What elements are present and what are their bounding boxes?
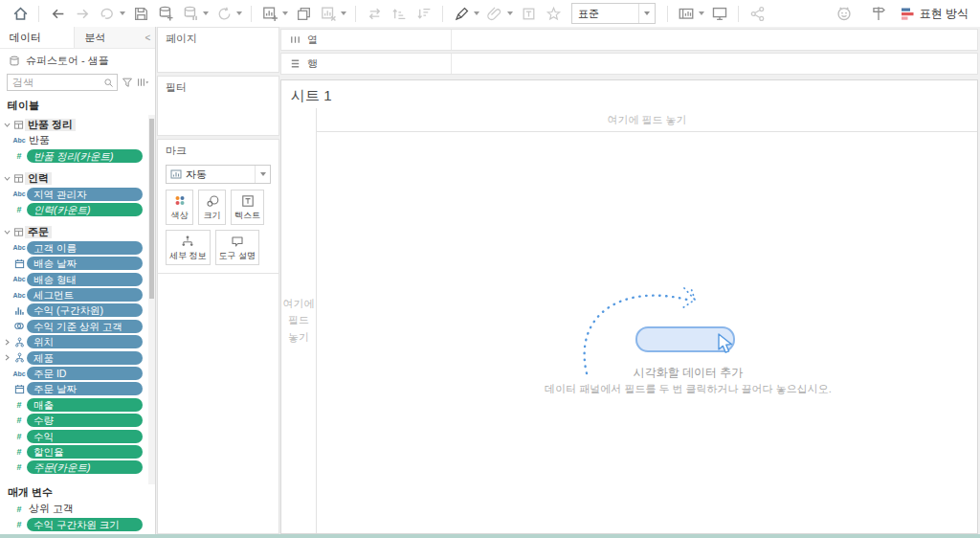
field-label: 수량 (27, 414, 143, 427)
show-hide-cards-button[interactable] (674, 3, 699, 24)
worksheet: 시트 1 여기에 필드 놓기 여기에 필드 놓기 시각화할 데이터 추가 데이터… (280, 79, 978, 534)
color-icon (173, 194, 187, 208)
field-label: 매출 (27, 398, 143, 412)
chevron-down-icon[interactable] (2, 228, 11, 236)
pause-auto-updates-button[interactable] (178, 3, 203, 24)
marks-tooltip-button[interactable]: 도구 설명 (215, 230, 260, 265)
drop-field-zone-top[interactable]: 여기에 필드 놓기 (317, 108, 977, 132)
marks-card: 마크 자동 색상크기텍스트세부 정보도구 설명 (157, 139, 279, 274)
show-me-button[interactable]: 표현 방식 (901, 6, 969, 22)
fit-select-value: 표준 (572, 7, 638, 21)
clear-sheet-button[interactable] (316, 3, 341, 24)
redo-button[interactable] (70, 3, 95, 24)
field-row[interactable]: Abc반품 (0, 132, 143, 147)
tab-data[interactable]: 데이터 (0, 27, 74, 48)
presentation-mode-button[interactable] (707, 3, 732, 24)
field-row[interactable]: #매출 (0, 397, 143, 413)
field-row[interactable]: Abc세그먼트 (0, 287, 143, 303)
field-row[interactable]: 수익 (구간차원) (0, 303, 143, 318)
new-worksheet-button[interactable] (257, 3, 282, 24)
duplicate-button[interactable] (291, 3, 316, 24)
marks-detail-button[interactable]: 세부 정보 (166, 230, 211, 265)
field-row[interactable]: 제품 (0, 349, 143, 365)
chevron-down-icon[interactable] (2, 174, 11, 183)
field-row[interactable]: #수익 (0, 428, 143, 443)
collapse-pane-button[interactable]: < (141, 27, 155, 48)
field-row[interactable]: #인력(카운트) (0, 202, 143, 217)
highlight-dropdown-caret[interactable] (474, 11, 479, 15)
field-row[interactable]: #반품 정리(카운트) (0, 148, 143, 164)
fix-axes-button[interactable] (541, 3, 566, 24)
view-options-icon[interactable] (137, 77, 149, 88)
columns-shelf-text: 열 (307, 33, 318, 47)
save-button[interactable] (128, 3, 153, 24)
field-row[interactable]: 배송 날짜 (0, 256, 143, 271)
marks-size-button[interactable]: 크기 (198, 190, 226, 225)
field-row[interactable]: #수량 (0, 413, 143, 428)
group-members-button[interactable] (482, 3, 507, 24)
table-row[interactable]: 인력 (0, 170, 143, 186)
data-pane-scrollbar[interactable] (148, 115, 155, 484)
fit-select[interactable]: 표준 (571, 3, 656, 24)
field-row[interactable]: Abc배송 형태 (0, 272, 143, 287)
replay-button[interactable] (95, 3, 120, 24)
field-label: 반품 정리(카운트) (27, 149, 143, 163)
pause-updates-dropdown-caret[interactable] (203, 11, 209, 15)
share-button[interactable] (745, 3, 769, 24)
run-update-button[interactable] (212, 3, 236, 24)
marks-color-button[interactable]: 색상 (166, 190, 193, 225)
show-me-icon (901, 7, 915, 21)
show-mark-labels-button[interactable] (516, 3, 541, 24)
clear-sheet-dropdown-caret[interactable] (341, 11, 346, 15)
marks-text-button[interactable]: 텍스트 (231, 190, 264, 225)
replay-dropdown-caret[interactable] (120, 11, 125, 15)
field-row[interactable]: #주문(카운트) (0, 460, 143, 475)
size-icon (206, 194, 219, 208)
group-members-dropdown-caret[interactable] (507, 11, 513, 15)
table-name: 주문 (25, 226, 52, 238)
new-data-source-button[interactable] (153, 3, 178, 24)
chevron-right-icon[interactable] (2, 353, 11, 362)
guide-button[interactable] (866, 3, 891, 24)
field-label: 지역 관리자 (27, 188, 143, 201)
columns-shelf[interactable]: 열 (280, 29, 978, 51)
rows-shelf[interactable]: 행 (280, 53, 978, 75)
filters-card[interactable]: 필터 (157, 76, 279, 136)
parameter-row[interactable]: #상위 고객 (0, 502, 143, 517)
field-label: 인력(카운트) (27, 203, 143, 216)
scrollbar-thumb[interactable] (149, 119, 154, 299)
field-row[interactable]: 주문 날짜 (0, 381, 143, 396)
assistant-button[interactable] (832, 3, 857, 24)
table-row[interactable]: 반품 정리 (0, 117, 143, 132)
parameter-row[interactable]: #수익 구간차원 크기 (0, 517, 143, 532)
table-row[interactable]: 주문 (0, 224, 143, 239)
pages-card[interactable]: 페이지 (157, 27, 279, 73)
run-update-dropdown-caret[interactable] (236, 11, 242, 15)
swap-rows-columns-button[interactable] (362, 3, 387, 24)
date-field-icon (11, 384, 27, 394)
filter-fields-icon[interactable] (122, 77, 133, 88)
field-row[interactable]: Abc고객 이름 (0, 240, 143, 256)
highlight-button[interactable] (449, 3, 474, 24)
field-row[interactable]: 수익 기준 상위 고객 (0, 319, 143, 334)
search-input[interactable]: 검색 (7, 74, 118, 91)
show-hide-cards-dropdown-caret[interactable] (699, 11, 704, 15)
sort-descending-button[interactable] (412, 3, 436, 24)
undo-button[interactable] (45, 3, 70, 24)
datasource-row[interactable]: 슈퍼스토어 - 샘플 (0, 49, 155, 73)
field-row[interactable]: Abc주문 ID (0, 366, 143, 381)
chevron-right-icon[interactable] (2, 338, 11, 347)
drop-field-zone-left[interactable]: 여기에 필드 놓기 (281, 108, 317, 533)
mark-type-dropdown[interactable]: 자동 (166, 165, 271, 184)
chevron-down-icon[interactable] (2, 121, 11, 129)
sort-ascending-button[interactable] (387, 3, 412, 24)
new-worksheet-dropdown-caret[interactable] (282, 11, 288, 15)
toolbar-separator (667, 6, 668, 22)
field-row[interactable]: 위치 (0, 334, 143, 349)
marks-button-label: 세부 정보 (169, 250, 207, 262)
tab-analytics[interactable]: 분석 (74, 27, 141, 48)
field-row[interactable]: #할인율 (0, 444, 143, 460)
number-field-icon: # (11, 415, 27, 425)
home-button[interactable] (8, 3, 33, 24)
field-row[interactable]: Abc지역 관리자 (0, 187, 143, 202)
